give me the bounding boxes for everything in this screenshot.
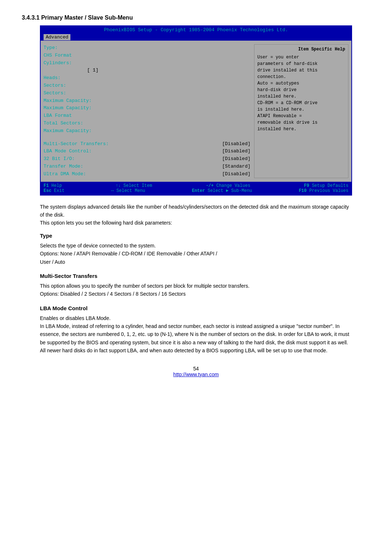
footer-f9: F9 Setup Defaults xyxy=(304,183,348,188)
bios-footer-row2: Esc Exit ↔ Select Menu Enter Select ► Su… xyxy=(44,188,348,193)
bios-titlebar: PhoenixBIOS Setup - Copyright 1985-2004 … xyxy=(41,26,351,34)
doc-multisector-section: Multi-Sector Transfers This option allow… xyxy=(40,272,352,298)
doc-lba-title: LBA Mode Control xyxy=(40,304,352,313)
field-max-cap-2: Maximum Capacity: xyxy=(44,104,250,112)
bios-help-text: User = you enter parameters of hard-disk… xyxy=(257,54,345,132)
field-multi-sector-label: Multi-Sector Transfers: xyxy=(44,140,109,148)
footer-f1: F1 Help xyxy=(44,183,62,188)
field-32bit: 32 Bit I/O: [Disabled] xyxy=(44,155,250,163)
field-type: Type: xyxy=(44,44,250,52)
page-url[interactable]: http://www.tyan.com xyxy=(22,372,370,377)
field-sectors-1: Sectors: xyxy=(44,82,250,90)
doc-intro: The system displays advanced details lik… xyxy=(40,203,352,227)
doc-multisector-title: Multi-Sector Transfers xyxy=(40,272,352,280)
field-multi-sector: Multi-Sector Transfers: [Disabled] xyxy=(44,140,250,148)
bios-container: PhoenixBIOS Setup - Copyright 1985-2004 … xyxy=(40,25,352,196)
bios-left-panel: Type: CHS Format Cylinders: [ 1] Heads: … xyxy=(44,44,254,178)
field-ultra-dma-label: Ultra DMA Mode: xyxy=(44,171,86,178)
field-lba-format: LBA Format xyxy=(44,112,250,120)
doc-lba-text1: Enables or disables LBA Mode. xyxy=(40,314,352,322)
field-transfer-mode-value: [Standard] xyxy=(222,163,250,171)
field-lba-mode: LBA Mode Control: [Disabled] xyxy=(44,148,250,155)
bios-menu-active[interactable]: Advanced xyxy=(44,34,70,40)
field-32bit-value: [Disabled] xyxy=(222,155,250,163)
footer-select-menu: ↔ Select Menu xyxy=(111,188,145,193)
bios-menubar: Advanced xyxy=(41,34,351,41)
field-cylinders-value: [ 1] xyxy=(44,67,250,74)
footer-esc: Esc Exit xyxy=(44,188,65,193)
bios-footer: F1 Help ↑↓ Select Item -/+ Change Values… xyxy=(41,182,351,195)
doc-type-text2: Options: None / ATAPI Removable / CD-ROM… xyxy=(40,250,352,258)
bios-footer-row1: F1 Help ↑↓ Select Item -/+ Change Values… xyxy=(44,183,348,188)
field-transfer-mode-label: Transfer Mode: xyxy=(44,163,83,171)
field-32bit-label: 32 Bit I/O: xyxy=(44,155,75,163)
section-title: 3.4.3.1 Primary Master / Slave Sub-Menu xyxy=(22,15,370,21)
field-ultra-dma: Ultra DMA Mode: [Disabled] xyxy=(44,171,250,178)
bios-right-panel: Item Specific Help User = you enter para… xyxy=(254,44,348,178)
footer-f10: F10 Previous Values xyxy=(299,188,348,193)
footer-enter: Enter Select ► Sub-Menu xyxy=(192,188,252,193)
field-sectors-2: Sectors: xyxy=(44,90,250,97)
field-multi-sector-value: [Disabled] xyxy=(222,140,250,148)
field-cylinders: Cylinders: xyxy=(44,59,250,67)
bios-body: Type: CHS Format Cylinders: [ 1] Heads: … xyxy=(41,41,351,182)
field-chs-format: CHS Format xyxy=(44,52,250,59)
field-max-cap-1: Maximum Capacity: xyxy=(44,97,250,105)
page-number: 54 xyxy=(22,366,370,372)
field-ultra-dma-value: [Disabled] xyxy=(222,171,250,178)
doc-type-title: Type xyxy=(40,231,352,240)
footer-change: -/+ Change Values xyxy=(206,183,250,188)
doc-lba-section: LBA Mode Control Enables or disables LBA… xyxy=(40,304,352,355)
page-footer: 54 http://www.tyan.com xyxy=(22,366,370,377)
doc-type-section: Type Selects the type of device connecte… xyxy=(40,231,352,266)
field-heads: Heads: xyxy=(44,74,250,82)
field-total-sectors: Total Sectors: xyxy=(44,120,250,127)
doc-type-text1: Selects the type of device connected to … xyxy=(40,242,352,250)
doc-lba-text2: In LBA Mode, instead of referring to a c… xyxy=(40,322,352,355)
field-transfer-mode: Transfer Mode: [Standard] xyxy=(44,163,250,171)
doc-multisector-text2: Options: Disabled / 2 Sectors / 4 Sector… xyxy=(40,290,352,298)
bios-help-title: Item Specific Help xyxy=(257,47,345,52)
doc-multisector-text1: This option allows you to specify the nu… xyxy=(40,282,352,290)
doc-type-text2b: User / Auto xyxy=(40,258,352,266)
field-lba-mode-value: [Disabled] xyxy=(222,148,250,155)
field-max-cap-3: Maximum Capacity: xyxy=(44,127,250,135)
field-lba-mode-label: LBA Mode Control: xyxy=(44,148,92,155)
footer-arrows: ↑↓ Select Item xyxy=(115,183,152,188)
